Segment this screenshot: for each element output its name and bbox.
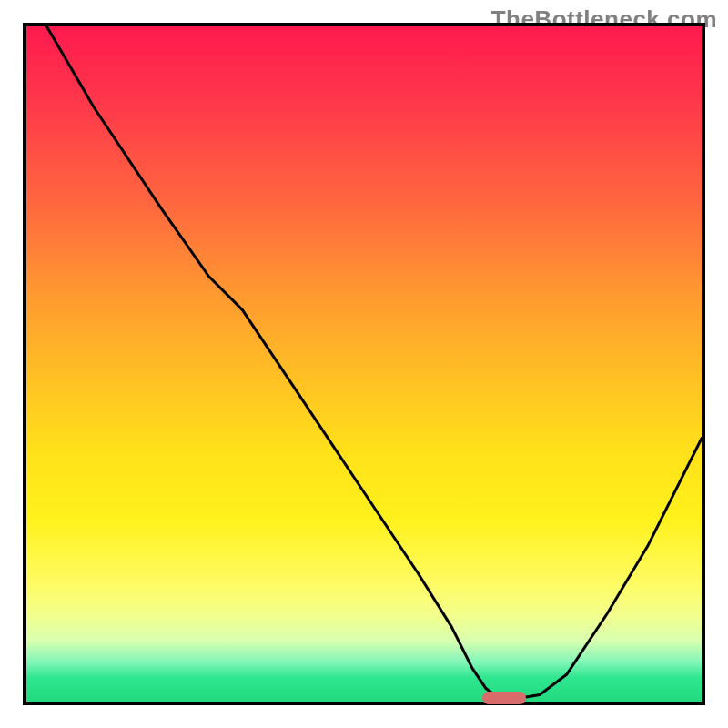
chart-container: TheBottleneck.com [0,0,728,728]
curve-svg [26,26,702,702]
plot-area [23,23,705,705]
optimum-marker [482,692,526,704]
bottleneck-curve-line [46,26,702,698]
